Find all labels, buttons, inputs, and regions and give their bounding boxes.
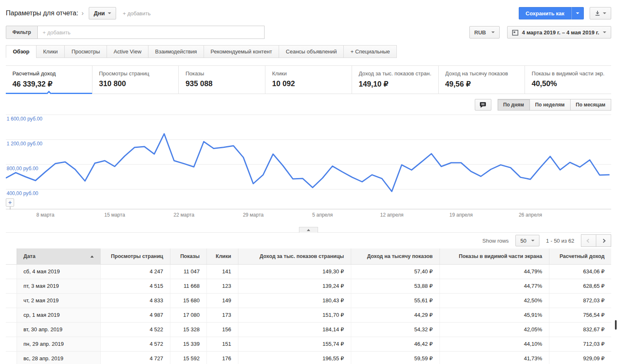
tab-4[interactable]: Active View (107, 45, 148, 58)
metric-card-3[interactable]: Показы935 088 (178, 66, 265, 94)
column-header-1[interactable]: Дата (17, 248, 100, 264)
tab-1[interactable]: Обзор (6, 45, 36, 58)
table-cell: пт, 3 мая 2019 (17, 279, 100, 293)
granularity-button-3[interactable]: По месяцам (570, 99, 611, 111)
report-table: ДатаПросмотры страницПоказыКликиДоход за… (6, 248, 611, 364)
plus-icon: + (8, 199, 12, 206)
date-range-button[interactable]: 4 марта 2019 г. – 4 мая 2019 г. (507, 26, 611, 39)
table-row: пн, 29 апр. 20194 57215 339151155,74 ₽46… (6, 337, 611, 351)
save-as-menu-button[interactable] (571, 7, 584, 19)
table-cell: 44,10% (440, 337, 549, 351)
add-dimension-link[interactable]: + добавить (123, 10, 151, 17)
table-cell: 141 (206, 264, 238, 279)
chart-plot-area (6, 113, 611, 211)
column-header-2[interactable]: Просмотры страниц (100, 248, 170, 264)
column-header-3[interactable]: Показы (170, 248, 206, 264)
collapse-chart-button[interactable] (299, 227, 318, 233)
caret-down-icon (531, 240, 534, 241)
table-cell: 15 592 (170, 351, 206, 364)
metric-label: Показы в видимой части экр... (532, 70, 605, 77)
tab-2[interactable]: Клики (36, 45, 65, 58)
table-cell: 4 572 (100, 337, 170, 351)
dimension-button[interactable]: Дни (89, 7, 116, 19)
table-cell: 4 522 (100, 322, 170, 337)
table-header-row: ДатаПросмотры страницПоказыКликиДоход за… (6, 248, 611, 264)
column-header-label: Дата (24, 253, 36, 259)
column-header-8[interactable]: Расчетный доход (549, 248, 611, 264)
table-row-spacer (6, 322, 17, 337)
metric-label: Доход за тыс. показов стран... (359, 70, 432, 77)
column-header-label: Расчетный доход (559, 253, 605, 259)
metric-card-7[interactable]: Показы в видимой части экр...40,50% (525, 66, 611, 94)
chart-zoom-button[interactable]: + (6, 198, 14, 207)
table-cell: 4 727 (100, 351, 170, 364)
metric-label: Расчетный доход (12, 70, 85, 77)
table-row-spacer (6, 308, 17, 322)
table-cell: вт, 30 апр. 2019 (17, 322, 100, 337)
tab-7[interactable]: Сеансы объявлений (279, 45, 344, 58)
table-cell: 4 833 (100, 293, 170, 308)
x-axis-label: 8 марта (36, 212, 54, 218)
metric-value: 49,56 ₽ (445, 80, 518, 89)
metric-card-2[interactable]: Просмотры страниц310 800 (92, 66, 179, 94)
table-cell: 57,40 ₽ (351, 264, 440, 279)
page-size-select[interactable]: 50 (515, 235, 539, 246)
column-header-5[interactable]: Доход за тыс. показов страницы (238, 248, 351, 264)
chevron-up-icon (307, 229, 310, 231)
report-table-card: Show rows 50 1 - 50 из 62 ДатаПросмотры … (6, 232, 611, 364)
table-cell: 44,29 ₽ (351, 308, 440, 322)
date-range-label: 4 марта 2019 г. – 4 мая 2019 г. (522, 29, 599, 36)
table-cell: 41,73% (440, 351, 549, 364)
currency-select[interactable]: RUB (469, 26, 500, 39)
metric-card-6[interactable]: Доход на тысячу показов49,56 ₽ (438, 66, 525, 94)
column-header-6[interactable]: Доход на тысячу показов (351, 248, 440, 264)
table-cell: вс, 28 апр. 2019 (17, 351, 100, 364)
tab-3[interactable]: Просмотры (64, 45, 107, 58)
filter-row: Фильтр RUB 4 марта 2019 г. – 4 мая 2019 … (6, 26, 611, 39)
table-row: сб, 4 мая 20194 24711 047141149,30 ₽57,4… (6, 264, 611, 279)
metric-label: Доход на тысячу показов (445, 70, 518, 77)
metric-card-1[interactable]: Расчетный доход46 339,32 ₽ (6, 66, 92, 94)
table-row-spacer (6, 264, 17, 279)
x-axis-label: 5 апреля (312, 212, 333, 218)
download-icon (595, 10, 600, 17)
revenue-chart: + 400,00 руб.00800,00 руб.001 200,00 руб… (6, 113, 611, 222)
table-row-spacer (6, 337, 17, 351)
metric-card-5[interactable]: Доход за тыс. показов стран...149,10 ₽ (352, 66, 438, 94)
x-axis-label: 22 марта (174, 212, 194, 218)
metric-cards: Расчетный доход46 339,32 ₽Просмотры стра… (6, 65, 611, 94)
table-row: чт, 2 мая 20194 83315 680149180,43 ₽55,6… (6, 293, 611, 308)
next-page-button[interactable] (596, 234, 611, 247)
download-button[interactable] (590, 7, 611, 19)
column-header-4[interactable]: Клики (206, 248, 238, 264)
table-cell: 151 (206, 337, 238, 351)
filter-input[interactable] (38, 26, 265, 39)
page-size-value: 50 (520, 238, 526, 244)
table-cell: 15 328 (170, 322, 206, 337)
tab-6[interactable]: Рекомендуемый контент (204, 45, 279, 58)
save-as-button[interactable]: Сохранить как (519, 7, 571, 19)
table-cell: 55,61 ₽ (351, 293, 440, 308)
breadcrumb-chevron-icon: › (82, 10, 84, 17)
report-tabs: ОбзорКликиПросмотрыActive ViewВзаимодейс… (6, 45, 611, 58)
table-cell: 45,91% (440, 308, 549, 322)
annotations-button[interactable] (475, 99, 491, 111)
granularity-button-2[interactable]: По неделям (530, 99, 571, 111)
granularity-toggle: По днямПо неделямПо месяцам (498, 99, 612, 111)
prev-page-button[interactable] (581, 234, 596, 247)
top-bar: Параметры для отчета: › Дни + добавить С… (6, 0, 611, 20)
column-header-label: Доход за тыс. показов страницы (260, 253, 344, 259)
column-header-7[interactable]: Показы в видимой части экрана (440, 248, 549, 264)
table-cell: сб, 4 мая 2019 (17, 264, 100, 279)
tab-8[interactable]: + Специальные (343, 45, 397, 58)
granularity-button-1[interactable]: По дням (498, 99, 530, 111)
table-cell: 15 680 (170, 293, 206, 308)
tab-5[interactable]: Взаимодействия (148, 45, 204, 58)
scrollbar-thumb[interactable] (615, 320, 617, 330)
metric-label: Клики (272, 70, 345, 77)
metric-card-4[interactable]: Клики10 092 (265, 66, 352, 94)
table-cell: 149 (206, 293, 238, 308)
filter-button[interactable]: Фильтр (6, 26, 38, 39)
metric-label: Просмотры страниц (99, 70, 172, 77)
chart-controls: По днямПо неделямПо месяцам (6, 99, 611, 111)
